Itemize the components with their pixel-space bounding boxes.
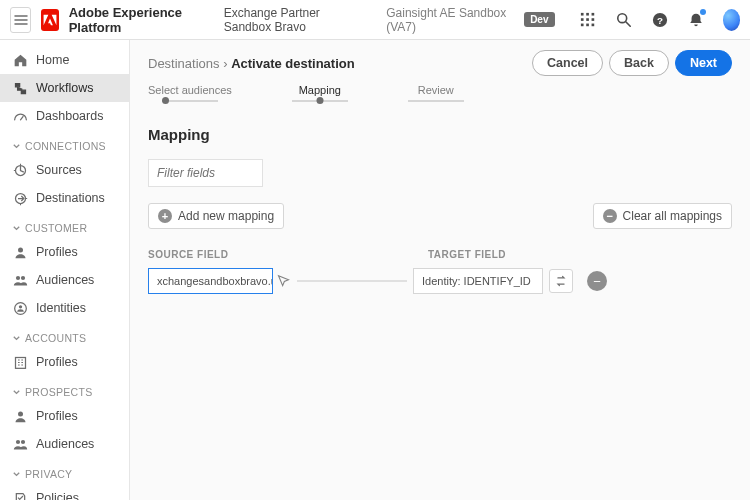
- svg-rect-1: [586, 12, 589, 15]
- sources-icon: [12, 162, 28, 178]
- destinations-icon: [12, 190, 28, 206]
- wizard-stepper: Select audiences Mapping Review: [130, 80, 750, 114]
- top-bar: Adobe Experience Platform Exchange Partn…: [0, 0, 750, 40]
- sidebar-label: Dashboards: [36, 109, 103, 123]
- clear-mappings-button[interactable]: − Clear all mappings: [593, 203, 732, 229]
- source-field-input[interactable]: xchangesandboxbravo.userId: [148, 268, 273, 294]
- svg-point-16: [20, 275, 24, 279]
- cursor-icon: [276, 274, 291, 289]
- chevron-down-icon: [12, 334, 21, 343]
- target-field-input[interactable]: Identity: IDENTIFY_ID: [413, 268, 543, 294]
- dashboards-icon: [12, 108, 28, 124]
- remove-mapping-button[interactable]: −: [587, 271, 607, 291]
- sidebar: Home Workflows Dashboards CONNECTIONS So…: [0, 40, 130, 500]
- sidebar-label: Audiences: [36, 273, 94, 287]
- home-icon: [12, 52, 28, 68]
- building-icon: [12, 354, 28, 370]
- sidebar-item-policies[interactable]: Policies: [0, 484, 129, 500]
- svg-rect-0: [580, 12, 583, 15]
- svg-rect-4: [586, 18, 589, 21]
- search-button[interactable]: [616, 11, 632, 29]
- minus-icon: −: [593, 274, 601, 289]
- profile-icon: [12, 244, 28, 260]
- profile-icon: [12, 408, 28, 424]
- svg-point-21: [15, 439, 19, 443]
- breadcrumb-current: Activate destination: [231, 56, 355, 71]
- sidebar-item-acct-profiles[interactable]: Profiles: [0, 348, 129, 376]
- sidebar-label: Home: [36, 53, 69, 67]
- sidebar-item-workflows[interactable]: Workflows: [0, 74, 129, 102]
- sidebar-item-destinations[interactable]: Destinations: [0, 184, 129, 212]
- sidebar-section-prospects[interactable]: PROSPECTS: [0, 376, 129, 402]
- svg-rect-8: [591, 23, 594, 26]
- sidebar-item-home[interactable]: Home: [0, 46, 129, 74]
- apps-icon: [580, 12, 596, 28]
- svg-point-15: [15, 275, 19, 279]
- source-field-label: SOURCE FIELD: [148, 249, 428, 260]
- sidebar-section-privacy[interactable]: PRIVACY: [0, 458, 129, 484]
- chevron-down-icon: [12, 224, 21, 233]
- search-icon: [616, 12, 632, 28]
- sidebar-item-identities[interactable]: Identities: [0, 294, 129, 322]
- workflows-icon: [12, 80, 28, 96]
- sidebar-section-customer[interactable]: CUSTOMER: [0, 212, 129, 238]
- product-name: Adobe Experience Platform: [69, 5, 204, 35]
- sidebar-label: Policies: [36, 491, 79, 500]
- sandbox-title: Exchange Partner Sandbox Bravo: [224, 6, 368, 34]
- next-button[interactable]: Next: [675, 50, 732, 76]
- mapping-row: xchangesandboxbravo.userId Identity: IDE…: [148, 268, 732, 294]
- identities-icon: [12, 300, 28, 316]
- menu-toggle[interactable]: [10, 7, 31, 33]
- sidebar-label: Destinations: [36, 191, 105, 205]
- sidebar-item-sources[interactable]: Sources: [0, 156, 129, 184]
- sidebar-label: Profiles: [36, 355, 78, 369]
- svg-rect-3: [580, 18, 583, 21]
- chevron-down-icon: [12, 142, 21, 151]
- svg-point-18: [18, 305, 21, 308]
- step-mapping[interactable]: Mapping: [292, 84, 348, 102]
- plus-icon: +: [158, 209, 172, 223]
- swap-mapping-button[interactable]: [549, 269, 573, 293]
- cancel-button[interactable]: Cancel: [532, 50, 603, 76]
- audiences-icon: [12, 436, 28, 452]
- svg-rect-6: [580, 23, 583, 26]
- section-title: Mapping: [130, 114, 750, 159]
- dev-badge: Dev: [524, 12, 554, 27]
- sidebar-item-audiences[interactable]: Audiences: [0, 266, 129, 294]
- notification-dot: [700, 9, 706, 15]
- breadcrumb: Destinations › Activate destination: [148, 56, 355, 71]
- chevron-down-icon: [12, 388, 21, 397]
- sidebar-section-connections[interactable]: CONNECTIONS: [0, 130, 129, 156]
- help-button[interactable]: ?: [652, 11, 668, 29]
- user-avatar[interactable]: [723, 9, 741, 31]
- apps-switcher[interactable]: [580, 11, 596, 29]
- step-review[interactable]: Review: [408, 84, 464, 102]
- adobe-logo-icon: [43, 13, 57, 27]
- sidebar-label: Sources: [36, 163, 82, 177]
- sidebar-item-prosp-audiences[interactable]: Audiences: [0, 430, 129, 458]
- filter-fields-input[interactable]: [148, 159, 263, 187]
- svg-point-20: [18, 411, 23, 416]
- sidebar-item-profiles[interactable]: Profiles: [0, 238, 129, 266]
- svg-rect-7: [586, 23, 589, 26]
- sidebar-label: Identities: [36, 301, 86, 315]
- sidebar-label: Audiences: [36, 437, 94, 451]
- chevron-down-icon: [12, 470, 21, 479]
- svg-point-14: [18, 247, 23, 252]
- sidebar-label: Profiles: [36, 409, 78, 423]
- sidebar-item-dashboards[interactable]: Dashboards: [0, 102, 129, 130]
- back-button[interactable]: Back: [609, 50, 669, 76]
- sidebar-item-prosp-profiles[interactable]: Profiles: [0, 402, 129, 430]
- sidebar-label: Workflows: [36, 81, 93, 95]
- mapping-connector: [297, 280, 407, 282]
- sandbox-info: Gainsight AE Sandbox (VA7): [386, 6, 508, 34]
- notifications-button[interactable]: [688, 11, 704, 29]
- sidebar-section-accounts[interactable]: ACCOUNTS: [0, 322, 129, 348]
- svg-rect-5: [591, 18, 594, 21]
- step-select-audiences[interactable]: Select audiences: [148, 84, 232, 102]
- help-icon: ?: [652, 12, 668, 28]
- svg-text:?: ?: [657, 14, 663, 25]
- swap-icon: [554, 274, 568, 288]
- add-mapping-button[interactable]: + Add new mapping: [148, 203, 284, 229]
- breadcrumb-root[interactable]: Destinations: [148, 56, 220, 71]
